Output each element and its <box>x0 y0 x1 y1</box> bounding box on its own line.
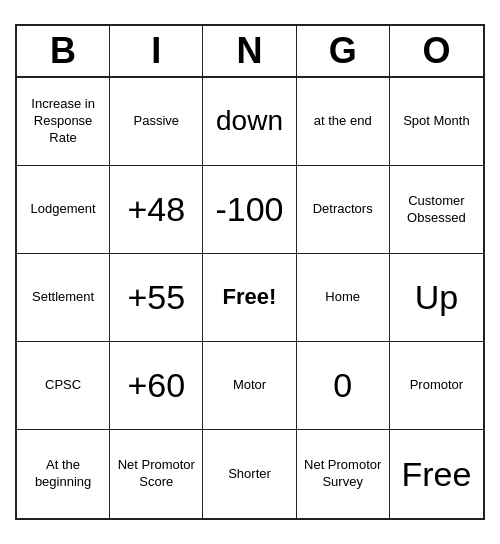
bingo-cell: Up <box>390 254 483 342</box>
cell-text: Lodgement <box>31 201 96 218</box>
bingo-cell: -100 <box>203 166 296 254</box>
bingo-cell: CPSC <box>17 342 110 430</box>
header-letter: N <box>203 26 296 76</box>
cell-text: down <box>216 103 283 139</box>
cell-text: Free <box>401 452 471 496</box>
cell-text: CPSC <box>45 377 81 394</box>
cell-text: -100 <box>215 187 283 231</box>
bingo-cell: +55 <box>110 254 203 342</box>
bingo-cell: Lodgement <box>17 166 110 254</box>
cell-text: At the beginning <box>21 457 105 491</box>
cell-text: Free! <box>223 283 277 312</box>
header-letter: B <box>17 26 110 76</box>
bingo-cell: Net Promotor Survey <box>297 430 390 518</box>
cell-text: +55 <box>127 275 185 319</box>
bingo-cell: Passive <box>110 78 203 166</box>
bingo-cell: Spot Month <box>390 78 483 166</box>
cell-text: Motor <box>233 377 266 394</box>
bingo-cell: Increase in Response Rate <box>17 78 110 166</box>
cell-text: Increase in Response Rate <box>21 96 105 147</box>
cell-text: Net Promotor Survey <box>301 457 385 491</box>
bingo-cell: at the end <box>297 78 390 166</box>
bingo-cell: down <box>203 78 296 166</box>
bingo-cell: Detractors <box>297 166 390 254</box>
cell-text: Up <box>415 275 458 319</box>
bingo-cell: Customer Obsessed <box>390 166 483 254</box>
cell-text: Promotor <box>410 377 463 394</box>
bingo-header: BINGO <box>17 26 483 78</box>
bingo-cell: Shorter <box>203 430 296 518</box>
cell-text: Settlement <box>32 289 94 306</box>
header-letter: I <box>110 26 203 76</box>
cell-text: Customer Obsessed <box>394 193 479 227</box>
cell-text: +60 <box>127 363 185 407</box>
cell-text: Detractors <box>313 201 373 218</box>
bingo-cell: 0 <box>297 342 390 430</box>
bingo-cell: Free! <box>203 254 296 342</box>
cell-text: at the end <box>314 113 372 130</box>
bingo-grid: Increase in Response RatePassivedownat t… <box>17 78 483 518</box>
header-letter: G <box>297 26 390 76</box>
bingo-cell: Settlement <box>17 254 110 342</box>
cell-text: Shorter <box>228 466 271 483</box>
bingo-cell: Home <box>297 254 390 342</box>
cell-text: Home <box>325 289 360 306</box>
bingo-card: BINGO Increase in Response RatePassivedo… <box>15 24 485 520</box>
cell-text: 0 <box>333 363 352 407</box>
cell-text: Net Promotor Score <box>114 457 198 491</box>
bingo-cell: +48 <box>110 166 203 254</box>
bingo-cell: At the beginning <box>17 430 110 518</box>
cell-text: Spot Month <box>403 113 470 130</box>
cell-text: +48 <box>127 187 185 231</box>
header-letter: O <box>390 26 483 76</box>
cell-text: Passive <box>134 113 180 130</box>
bingo-cell: +60 <box>110 342 203 430</box>
bingo-cell: Net Promotor Score <box>110 430 203 518</box>
bingo-cell: Motor <box>203 342 296 430</box>
bingo-cell: Free <box>390 430 483 518</box>
bingo-cell: Promotor <box>390 342 483 430</box>
